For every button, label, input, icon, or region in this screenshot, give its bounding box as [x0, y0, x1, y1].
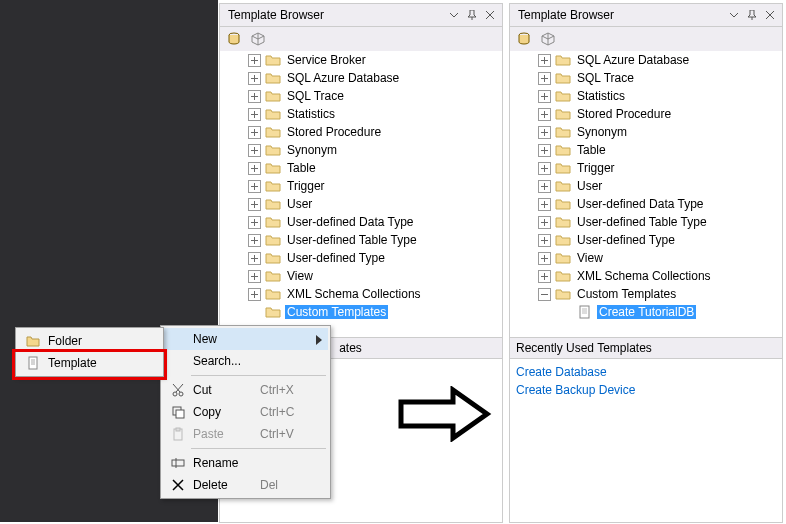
tree-node[interactable]: Table	[510, 141, 782, 159]
tree-node[interactable]: XML Schema Collections	[510, 267, 782, 285]
expander-icon[interactable]	[538, 288, 551, 301]
pin-icon[interactable]	[464, 7, 480, 23]
pin-icon[interactable]	[744, 7, 760, 23]
panel-titlebar[interactable]: Template Browser	[220, 4, 502, 27]
tree-node[interactable]: View	[220, 267, 502, 285]
expander-icon[interactable]	[538, 234, 551, 247]
template-tree[interactable]: Service BrokerSQL Azure DatabaseSQL Trac…	[220, 51, 502, 337]
expander-icon[interactable]	[248, 234, 261, 247]
expander-icon[interactable]	[248, 72, 261, 85]
tree-node[interactable]: Trigger	[220, 177, 502, 195]
expander-icon[interactable]	[248, 162, 261, 175]
tree-node[interactable]: Custom Templates	[220, 303, 502, 321]
tree-node[interactable]: User-defined Type	[220, 249, 502, 267]
folder-icon	[265, 197, 281, 211]
tree-node-label: User-defined Type	[285, 251, 387, 265]
tree-node[interactable]: User-defined Data Type	[220, 213, 502, 231]
expander-icon[interactable]	[538, 180, 551, 193]
tree-node[interactable]: SQL Azure Database	[510, 51, 782, 69]
menu-rename[interactable]: Rename	[163, 452, 328, 474]
recent-template-link[interactable]: Create Database	[516, 363, 776, 381]
template-file-icon	[577, 305, 593, 319]
folder-icon	[555, 287, 571, 301]
folder-icon	[555, 125, 571, 139]
tree-node[interactable]: SQL Trace	[220, 87, 502, 105]
expander-icon[interactable]	[538, 72, 551, 85]
menu-cut[interactable]: Cut Ctrl+X	[163, 379, 328, 401]
close-icon[interactable]	[482, 7, 498, 23]
database-icon[interactable]	[516, 31, 532, 47]
tree-node[interactable]: User-defined Table Type	[510, 213, 782, 231]
panel-toolbar	[220, 27, 502, 52]
expander-icon[interactable]	[248, 54, 261, 67]
tree-node-label: Synonym	[575, 125, 629, 139]
menu-separator	[191, 448, 326, 449]
tree-node[interactable]: User	[510, 177, 782, 195]
tree-node[interactable]: SQL Azure Database	[220, 69, 502, 87]
tree-node[interactable]: Statistics	[220, 105, 502, 123]
database-icon[interactable]	[226, 31, 242, 47]
tree-node[interactable]: User-defined Table Type	[220, 231, 502, 249]
submenu-template[interactable]: Template	[18, 352, 161, 374]
dropdown-icon[interactable]	[726, 7, 742, 23]
scissors-icon	[167, 383, 189, 397]
tree-node[interactable]: Synonym	[220, 141, 502, 159]
expander-icon[interactable]	[248, 216, 261, 229]
close-icon[interactable]	[762, 7, 778, 23]
expander-icon[interactable]	[538, 270, 551, 283]
expander-icon[interactable]	[538, 108, 551, 121]
tree-node-label: XML Schema Collections	[285, 287, 423, 301]
tree-node-label: SQL Trace	[575, 71, 636, 85]
tree-node[interactable]: User-defined Type	[510, 231, 782, 249]
tree-node[interactable]: Stored Procedure	[220, 123, 502, 141]
tree-node[interactable]: XML Schema Collections	[220, 285, 502, 303]
expander-icon[interactable]	[248, 288, 261, 301]
cube-icon[interactable]	[540, 31, 556, 47]
tree-node[interactable]: User	[220, 195, 502, 213]
delete-icon	[167, 478, 189, 492]
panel-toolbar	[510, 27, 782, 52]
expander-icon[interactable]	[538, 90, 551, 103]
menu-copy[interactable]: Copy Ctrl+C	[163, 401, 328, 423]
expander-icon[interactable]	[248, 180, 261, 193]
expander-icon[interactable]	[538, 126, 551, 139]
expander-icon[interactable]	[248, 252, 261, 265]
panel-titlebar[interactable]: Template Browser	[510, 4, 782, 27]
expander-icon[interactable]	[248, 270, 261, 283]
tree-node[interactable]: Trigger	[510, 159, 782, 177]
menu-delete[interactable]: Delete Del	[163, 474, 328, 496]
recent-template-link[interactable]: Create Backup Device	[516, 381, 776, 399]
expander-icon[interactable]	[538, 162, 551, 175]
expander-icon[interactable]	[248, 144, 261, 157]
folder-icon	[555, 197, 571, 211]
folder-icon	[555, 107, 571, 121]
menu-search[interactable]: Search...	[163, 350, 328, 372]
tree-node[interactable]: Synonym	[510, 123, 782, 141]
tree-node[interactable]: User-defined Data Type	[510, 195, 782, 213]
submenu-folder[interactable]: Folder	[18, 330, 161, 352]
tree-node[interactable]: Service Broker	[220, 51, 502, 69]
dropdown-icon[interactable]	[446, 7, 462, 23]
context-menu[interactable]: New Search... Cut Ctrl+X Copy Ctrl+C Pas…	[160, 325, 331, 499]
expander-icon[interactable]	[248, 126, 261, 139]
svg-point-3	[173, 392, 177, 396]
tree-node[interactable]: Create TutorialDB	[510, 303, 782, 321]
tree-node[interactable]: Table	[220, 159, 502, 177]
expander-icon[interactable]	[248, 108, 261, 121]
expander-icon[interactable]	[538, 54, 551, 67]
tree-node[interactable]: Stored Procedure	[510, 105, 782, 123]
tree-node[interactable]: Custom Templates	[510, 285, 782, 303]
template-tree[interactable]: SQL Azure DatabaseSQL TraceStatisticsSto…	[510, 51, 782, 337]
tree-node[interactable]: View	[510, 249, 782, 267]
expander-icon[interactable]	[248, 90, 261, 103]
tree-node[interactable]: Statistics	[510, 87, 782, 105]
expander-icon[interactable]	[538, 252, 551, 265]
expander-icon[interactable]	[538, 144, 551, 157]
expander-icon[interactable]	[538, 198, 551, 211]
tree-node[interactable]: SQL Trace	[510, 69, 782, 87]
menu-new[interactable]: New	[163, 328, 328, 350]
context-submenu-new[interactable]: Folder Template	[15, 327, 164, 377]
cube-icon[interactable]	[250, 31, 266, 47]
expander-icon[interactable]	[538, 216, 551, 229]
expander-icon[interactable]	[248, 198, 261, 211]
